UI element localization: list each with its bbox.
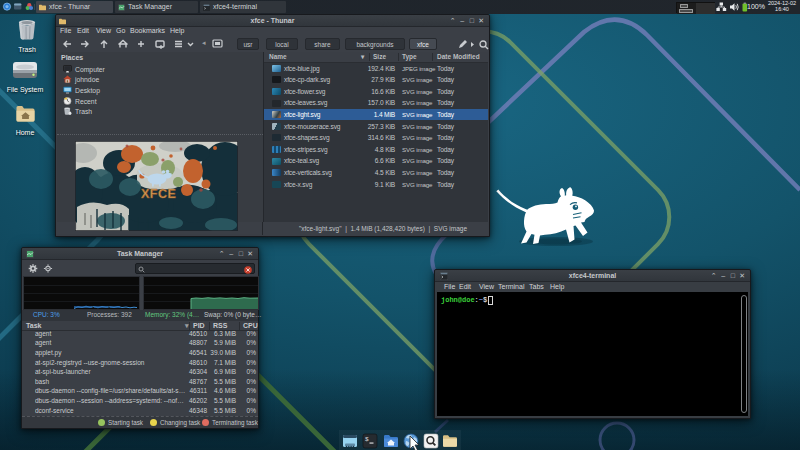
svg-text:XFCE: XFCE xyxy=(141,187,176,201)
svg-text:$: $ xyxy=(365,436,369,443)
